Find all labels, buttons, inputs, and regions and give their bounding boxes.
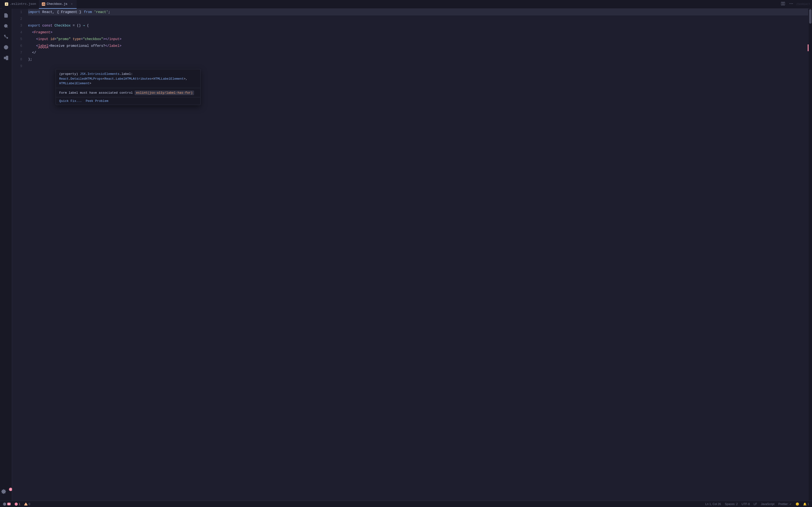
tooltip-lt2: < [152,77,153,80]
status-notification-text: 🔔 1 [803,502,809,506]
tooltip-label-prop: label: [121,72,133,76]
status-line-ending-text: LF [754,502,757,506]
line-numbers: 1 2 3 4 5 6 7 8 9 [12,9,24,501]
tab-checkbox-label: Checkbox.js [47,2,67,6]
js-icon: JS [42,2,45,6]
tooltip-html-label: HTMLLabelElement [153,77,184,80]
svg-rect-1 [783,2,785,5]
tooltip-html-label2: HTMLLabelElement [59,81,89,85]
line-num-6: 6 [14,43,22,49]
status-spaces-text: Spaces: 2 [725,502,738,506]
tooltip-type-text: (property) JSX.IntrinsicElements.label: … [59,72,197,86]
sidebar-item-files[interactable] [1,11,11,20]
scrollbar-track[interactable] [809,9,812,501]
svg-rect-13 [6,56,8,58]
sidebar-item-search[interactable] [1,21,11,31]
split-editor-button[interactable] [780,0,786,8]
sidebar-item-source-control[interactable] [1,32,11,42]
status-encoding-text: UTF-8 [742,502,750,506]
code-line-6: <label>Receive promotional offers?</labe… [28,43,808,49]
code-line-4: <Fragment> [28,29,808,36]
status-encoding[interactable]: UTF-8 [742,502,750,506]
status-spaces[interactable]: Spaces: 2 [725,502,738,506]
settings-badge: 1 [9,488,12,491]
tooltip-eslint-rule: eslint(jsx-a11y/label-has-for) [135,91,194,95]
svg-point-4 [792,3,793,4]
tab-eslintrc[interactable]: J .eslintrc.json [2,0,39,9]
code-line-1: import React, { Fragment } from 'react'; [28,9,808,15]
status-warning-count: 0 [29,502,30,506]
code-line-9 [28,63,808,69]
status-language[interactable]: JavaScript [761,502,774,506]
status-settings-btn[interactable]: 1 [3,502,11,506]
tooltip-dot1: . [86,72,88,76]
tooltip-description: Form label must have associated control … [56,88,200,98]
tooltip-label-attrs: LabelHTMLAttributes [116,77,152,80]
code-line-5: <input id="promo" type="checkbox"></inpu… [28,36,808,43]
main-layout: 1 1 2 3 4 5 6 7 8 9 [0,9,812,501]
tooltip-property: (property) [59,72,80,76]
tooltip-desc-text: Form label must have associated control … [59,91,197,95]
svg-point-3 [791,3,792,4]
svg-rect-12 [4,57,6,59]
status-right: Ln 1, Col 26 Spaces: 2 UTF-8 LF JavaScri… [705,502,809,506]
status-errors[interactable]: 1 [14,502,20,506]
line-num-3: 3 [14,22,22,29]
status-settings-badge: 1 [7,503,11,505]
line-num-7: 7 [14,49,22,56]
line-num-2: 2 [14,15,22,22]
code-line-2 [28,15,808,22]
status-formatter[interactable]: Prettier: ✓ [778,502,792,506]
status-line-ending[interactable]: LF [754,502,757,506]
tooltip-gt1: >, [184,77,188,80]
tab-close-button[interactable]: × [70,2,74,6]
tooltip-dot4: . [114,77,116,80]
logo-watermark: ZSH/REACT [796,3,810,6]
tooltip-react2: React [104,77,114,80]
tab-checkbox[interactable]: JS Checkbox.js × [39,0,77,9]
status-smiley-icon: 😊 [796,502,799,506]
svg-point-5 [4,24,7,27]
tooltip-dot3: . [69,77,70,80]
svg-point-2 [790,3,791,4]
status-smiley[interactable]: 😊 [796,502,799,506]
line-num-8: 8 [14,56,22,63]
svg-rect-0 [781,2,783,5]
svg-line-6 [7,27,8,28]
code-line-8: ); [28,56,808,63]
status-warnings[interactable]: 0 [24,502,30,506]
activity-bottom: 1 [1,489,11,501]
line-num-1: 1 [14,9,22,15]
status-notification[interactable]: 🔔 1 [803,502,809,506]
tooltip-form-label-text: Form label must have associated control [59,91,135,95]
tooltip-actions: Quick Fix... Peek Problem [56,97,200,105]
line-num-9: 9 [14,63,22,69]
tooltip-detailed: DetailedHTMLProps [70,77,103,80]
scrollbar-thumb[interactable] [809,9,812,24]
activity-bar: 1 [0,9,12,501]
peek-problem-button[interactable]: Peek Problem [86,99,108,103]
tooltip-react-ref: React [59,77,69,80]
code-line-7: </ [28,49,808,56]
editor-content[interactable]: 1 2 3 4 5 6 7 8 9 import React, { Fragme… [12,9,812,501]
sidebar-item-debug[interactable] [1,43,11,52]
svg-point-8 [4,35,5,36]
tooltip-gt2: > [89,81,91,85]
tab-bar: J .eslintrc.json JS Checkbox.js × ZSH/RE… [0,0,812,9]
tooltip-popup: (property) JSX.IntrinsicElements.label: … [56,69,201,105]
quick-fix-button[interactable]: Quick Fix... [59,99,82,103]
status-bar: 1 1 0 Ln 1, Col 26 Spaces: 2 UTF-8 LF Ja… [0,501,812,507]
more-actions-button[interactable] [788,0,794,8]
status-position[interactable]: Ln 1, Col 26 [705,502,721,506]
status-language-text: JavaScript [761,502,774,506]
tooltip-jsx: JSX [80,72,86,76]
settings-button[interactable]: 1 [1,489,11,499]
status-formatter-text: Prettier: ✓ [778,502,792,506]
editor-area: 1 2 3 4 5 6 7 8 9 import React, { Fragme… [12,9,812,501]
svg-rect-14 [6,58,8,60]
line-num-5: 5 [14,36,22,43]
code-line-3: export const Checkbox = () ⇒ ( [28,22,808,29]
title-bar-actions: ZSH/REACT [780,0,810,8]
tooltip-header: (property) JSX.IntrinsicElements.label: … [56,69,200,88]
sidebar-item-extensions[interactable] [1,53,11,63]
